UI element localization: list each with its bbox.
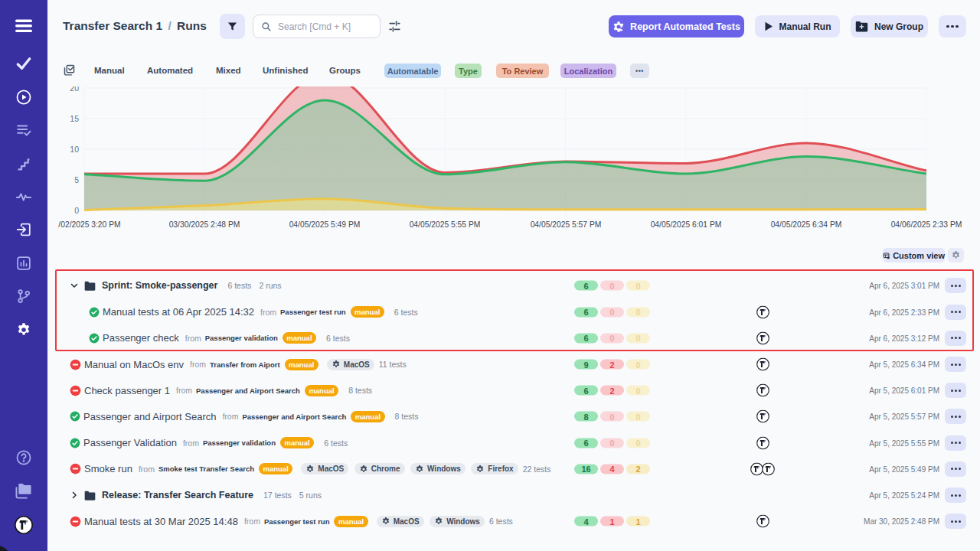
svg-text:15: 15 (70, 114, 79, 123)
svg-text:04/05/2025 6:34 PM: 04/05/2025 6:34 PM (771, 220, 842, 229)
svg-text:03/30/2025 2:48 PM: 03/30/2025 2:48 PM (169, 220, 240, 229)
svg-text:04/05/2025 5:49 PM: 04/05/2025 5:49 PM (289, 220, 361, 229)
svg-text:5: 5 (74, 175, 79, 184)
svg-text:04/05/2025 6:01 PM: 04/05/2025 6:01 PM (651, 220, 722, 229)
svg-text:0: 0 (74, 206, 79, 215)
svg-text:04/05/2025 5:55 PM: 04/05/2025 5:55 PM (410, 220, 481, 229)
svg-text:/02/2025 3:20 PM: /02/2025 3:20 PM (58, 220, 120, 229)
svg-text:04/06/2025 2:33 PM: 04/06/2025 2:33 PM (891, 220, 962, 229)
svg-text:04/05/2025 5:57 PM: 04/05/2025 5:57 PM (531, 220, 602, 229)
svg-text:20: 20 (70, 86, 79, 93)
svg-text:10: 10 (70, 145, 79, 154)
